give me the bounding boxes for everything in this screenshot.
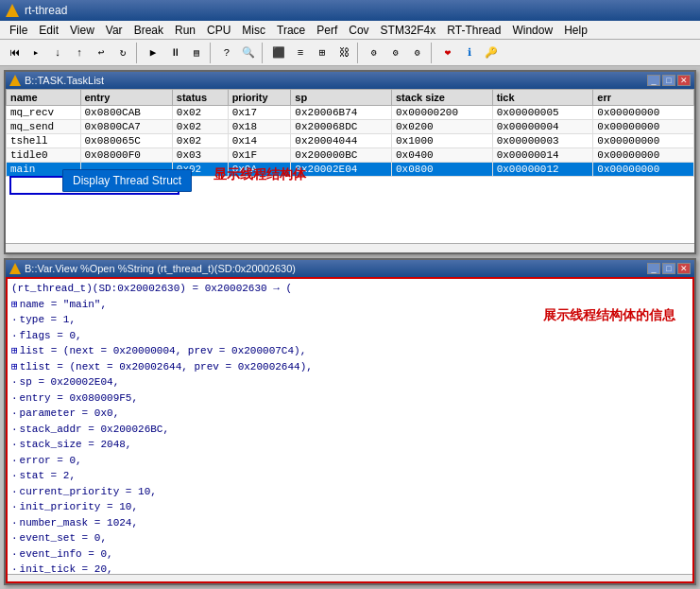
toolbar-btn-refresh[interactable]: ↻ (112, 43, 133, 63)
table-panel-icon (9, 75, 21, 86)
table-cell: 0x0800CAB (80, 106, 172, 120)
expand-icon[interactable]: ⊞ (11, 297, 18, 313)
table-panel: B::TASK.TaskList _ □ ✕ name entry status… (4, 70, 696, 254)
menu-edit[interactable]: Edit (33, 23, 64, 38)
detail-line: · number_mask = 1024, (11, 515, 689, 531)
detail-scrollbar-h[interactable] (6, 574, 694, 583)
toolbar-btn-first[interactable]: ⏮ (4, 43, 25, 63)
menu-stm32f4x[interactable]: STM32F4x (375, 23, 442, 38)
expand-icon[interactable]: ⊞ (11, 359, 18, 375)
detail-line: · event_info = 0, (11, 546, 689, 563)
table-cell: 0x20002E04 (291, 163, 392, 177)
detail-panel-title: B::Var.View %Open %String (rt_thread_t)(… (25, 263, 296, 274)
detail-line: · init_tick = 20, (11, 562, 689, 574)
table-cell: mq_recv (7, 106, 81, 120)
col-status: status (172, 90, 228, 106)
detail-line: ⊞ tlist = (next = 0x20002644, prev = 0x2… (11, 359, 689, 375)
menu-cov[interactable]: Cov (343, 23, 374, 38)
detail-maximize-button[interactable]: □ (662, 263, 675, 274)
toolbar-btn-config[interactable]: ▤ (186, 43, 207, 63)
table-row[interactable]: mq_send0x0800CA70x020x180x200068DC0x0200… (7, 120, 694, 134)
detail-content-area[interactable]: (rt_thread_t)(SD:0x20002630) = 0x2000263… (6, 277, 694, 574)
toolbar-btn-down[interactable]: ↓ (47, 43, 68, 63)
table-panel-title: B::TASK.TaskList (25, 75, 104, 86)
menu-misc[interactable]: Misc (236, 23, 271, 38)
menu-view[interactable]: View (64, 23, 100, 38)
detail-line: · error = 0, (11, 453, 689, 469)
detail-panel: B::Var.View %Open %String (rt_thread_t)(… (4, 258, 696, 585)
table-cell: tshell (7, 134, 81, 148)
table-scrollbar-h[interactable] (6, 243, 694, 252)
toolbar-btn-up[interactable]: ↑ (69, 43, 90, 63)
toolbar-btn-back[interactable]: ↩ (91, 43, 111, 63)
toolbar-btn-list[interactable]: ≡ (290, 43, 311, 63)
table-cell: 0x00000004 (492, 120, 593, 134)
detail-line: ⊞ list = (next = 0x20000004, prev = 0x20… (11, 343, 689, 359)
toolbar-btn-key[interactable]: 🔑 (481, 43, 502, 63)
col-priority: priority (228, 90, 291, 106)
toolbar-btn-pause[interactable]: ⏸ (164, 43, 185, 63)
toolbar-btn-grid[interactable]: ⊞ (312, 43, 333, 63)
detail-line: · event_set = 0, (11, 530, 689, 546)
table-cell: 0x20004044 (291, 134, 392, 148)
toolbar-btn-stop[interactable]: ⬛ (268, 43, 289, 63)
table-cell: 0x00000000 (593, 134, 694, 148)
detail-close-button[interactable]: ✕ (677, 263, 691, 274)
table-cell: mq_send (7, 120, 81, 134)
menu-break[interactable]: Break (128, 23, 169, 38)
table-close-button[interactable]: ✕ (677, 75, 691, 86)
menu-window[interactable]: Window (506, 23, 558, 38)
toolbar-btn-link[interactable]: ⛓ (333, 43, 354, 63)
toolbar-sep-2 (210, 43, 213, 63)
detail-minimize-button[interactable]: _ (647, 263, 660, 274)
detail-line: ⊞ name = "main", (11, 297, 689, 313)
menu-var[interactable]: Var (100, 23, 128, 38)
table-cell: 0x18 (228, 120, 291, 134)
table-cell: 0x0200 (391, 120, 492, 134)
toolbar-btn-step[interactable]: ▸ (26, 43, 46, 63)
table-cell: 0x200000BC (291, 148, 392, 163)
main-content: B::TASK.TaskList _ □ ✕ name entry status… (0, 66, 700, 589)
detail-line: · entry = 0x080009F5, (11, 390, 689, 407)
detail-line: · sp = 0x20002E04, (11, 374, 689, 390)
display-thread-struct-button[interactable]: Display Thread Struct (62, 169, 192, 192)
detail-line: · stack_size = 2048, (11, 437, 689, 453)
menu-rtthread[interactable]: RT-Thread (441, 23, 506, 38)
toolbar-sep-5 (431, 43, 435, 63)
expand-icon[interactable]: ⊞ (11, 343, 18, 359)
table-cell: 0x0400 (391, 148, 492, 163)
toolbar-btn-chip1[interactable]: ⚙ (364, 43, 384, 63)
toolbar-btn-info[interactable]: ℹ (459, 43, 480, 63)
toolbar-btn-chip3[interactable]: ⚙ (407, 43, 428, 63)
menu-help[interactable]: Help (558, 23, 593, 38)
table-maximize-button[interactable]: □ (662, 75, 675, 86)
menu-cpu[interactable]: CPU (201, 23, 236, 38)
detail-line: · type = 1, (11, 312, 689, 328)
menu-trace[interactable]: Trace (271, 23, 311, 38)
table-row[interactable]: mq_recv0x0800CAB0x020x170x20006B740x0000… (7, 106, 694, 120)
toolbar-btn-help[interactable]: ? (216, 43, 237, 63)
menu-perf[interactable]: Perf (311, 23, 343, 38)
toolbar-btn-run[interactable]: ▶ (143, 43, 163, 63)
table-cell: 0x17 (228, 106, 291, 120)
detail-line: · init_priority = 10, (11, 499, 689, 515)
table-row[interactable]: tidle00x08000F00x030x1F0x200000BC0x04000… (7, 148, 694, 163)
toolbar-btn-heart[interactable]: ❤ (437, 43, 458, 63)
menu-run[interactable]: Run (169, 23, 201, 38)
table-cell: 0x00000200 (391, 106, 492, 120)
detail-line: (rt_thread_t)(SD:0x20002630) = 0x2000263… (11, 281, 689, 297)
detail-panel-icon (9, 263, 21, 274)
table-minimize-button[interactable]: _ (647, 75, 660, 86)
menu-bar: File Edit View Var Break Run CPU Misc Tr… (0, 21, 700, 40)
app-icon (6, 4, 19, 17)
toolbar-btn-search[interactable]: 🔍 (238, 43, 259, 63)
table-cell: 0x0800CA7 (80, 120, 172, 134)
detail-panel-title-bar: B::Var.View %Open %String (rt_thread_t)(… (6, 260, 694, 277)
menu-file[interactable]: File (4, 23, 33, 38)
table-cell: 0x0A (228, 163, 291, 177)
table-cell: 0x00000000 (593, 120, 694, 134)
toolbar-btn-chip2[interactable]: ⚙ (385, 43, 406, 63)
task-table-container[interactable]: name entry status priority sp stack size… (6, 89, 694, 231)
table-cell: 0x1F (228, 148, 291, 163)
table-row[interactable]: tshell0x080065C0x020x140x200040440x10000… (7, 134, 694, 148)
